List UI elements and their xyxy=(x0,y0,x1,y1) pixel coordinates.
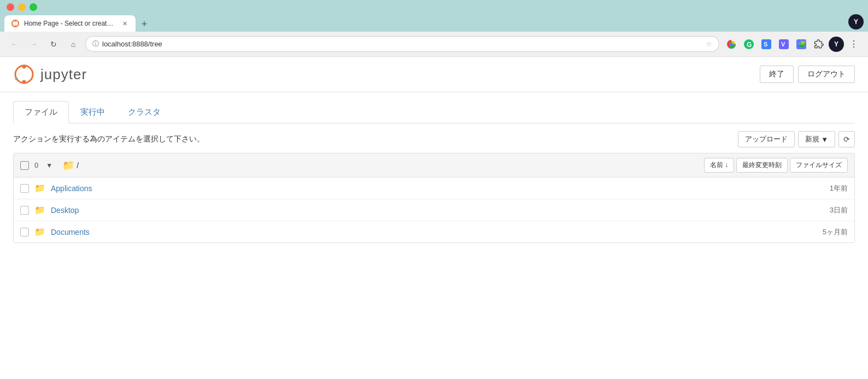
reload-button[interactable]: ↻ xyxy=(46,37,61,52)
tab-title: Home Page - Select or create a xyxy=(24,20,116,27)
breadcrumb-folder: 📁 / xyxy=(62,159,79,171)
browser-toolbar: ← → ↻ ⌂ ⓘ localhost:8888/tree ☆ G xyxy=(0,32,868,57)
svg-text:🧩: 🧩 xyxy=(798,40,806,48)
table-row: 📁 Documents 5ヶ月前 xyxy=(14,221,854,242)
browser-profile-button[interactable]: Y xyxy=(848,14,864,29)
refresh-button[interactable]: ⟳ xyxy=(838,131,855,147)
jupyter-logo: jupyter xyxy=(13,63,87,85)
logout-button[interactable]: ログアウト xyxy=(798,66,855,83)
selected-count: 0 xyxy=(34,161,38,169)
back-button[interactable]: ← xyxy=(7,37,22,52)
file-actions: アップロード 新規 ▼ ⟳ xyxy=(738,131,855,147)
table-row: 📁 Applications 1年前 xyxy=(14,177,854,199)
table-row: 📁 Desktop 3日前 xyxy=(14,199,854,221)
browser-chrome: Home Page - Select or create a ✕ + Y xyxy=(0,0,868,32)
last-modified-sort-button[interactable]: 最終変更時刻 xyxy=(736,158,788,173)
chrome-extension-icon[interactable] xyxy=(724,37,739,52)
file-date: 5ヶ月前 xyxy=(804,227,848,237)
tab-running[interactable]: 実行中 xyxy=(69,101,116,123)
bookmark-icon[interactable]: ☆ xyxy=(706,40,712,48)
file-table: 0 ▼ 📁 / 名前 ↓ 最終変更時刻 ファイルサイズ 📁 Applicatio… xyxy=(13,153,855,243)
file-checkbox[interactable] xyxy=(20,184,29,193)
new-button[interactable]: 新規 ▼ xyxy=(798,131,835,147)
forward-button[interactable]: → xyxy=(26,37,42,52)
file-date: 1年前 xyxy=(804,183,848,193)
traffic-lights xyxy=(4,3,864,11)
upload-button[interactable]: アップロード xyxy=(738,131,795,147)
extensions-menu-icon[interactable] xyxy=(811,37,826,52)
folder-icon: 📁 xyxy=(34,227,45,237)
tab-files[interactable]: ファイル xyxy=(13,101,69,123)
file-name-link[interactable]: Documents xyxy=(51,228,799,236)
svg-point-15 xyxy=(22,80,26,84)
file-toolbar: アクションを実行する為のアイテムを選択して下さい。 アップロード 新規 ▼ ⟳ xyxy=(13,123,855,153)
file-checkbox[interactable] xyxy=(20,228,29,236)
file-date: 3日前 xyxy=(804,205,848,215)
tabs-right-area: Y xyxy=(848,14,864,32)
svg-point-4 xyxy=(730,43,733,46)
url-text: localhost:8888/tree xyxy=(102,40,702,48)
minimize-window-button[interactable] xyxy=(18,3,26,11)
tab-favicon xyxy=(11,19,20,28)
active-tab[interactable]: Home Page - Select or create a ✕ xyxy=(4,15,136,32)
jupyter-logo-text: jupyter xyxy=(40,66,87,83)
main-content: ファイル 実行中 クラスタ アクションを実行する為のアイテムを選択して下さい。 … xyxy=(0,101,868,243)
new-tab-button[interactable]: + xyxy=(137,16,152,32)
folder-icon: 📁 xyxy=(34,183,45,193)
file-name-link[interactable]: Desktop xyxy=(51,206,799,215)
svg-text:V: V xyxy=(781,41,785,48)
address-bar[interactable]: ⓘ localhost:8888/tree ☆ xyxy=(85,36,719,52)
file-checkbox[interactable] xyxy=(20,206,29,215)
file-name-link[interactable]: Applications xyxy=(51,184,799,193)
svg-point-1 xyxy=(15,20,16,22)
select-all-checkbox[interactable] xyxy=(20,161,29,170)
browser-tabs-row: Home Page - Select or create a ✕ + Y xyxy=(4,14,864,32)
svg-point-2 xyxy=(15,26,16,27)
nav-tabs: ファイル 実行中 クラスタ xyxy=(13,101,855,123)
user-profile-button[interactable]: Y xyxy=(829,37,844,52)
folder-icon: 📁 xyxy=(34,205,45,215)
quit-button[interactable]: 終了 xyxy=(760,66,794,83)
breadcrumb-path: / xyxy=(77,161,79,170)
action-hint: アクションを実行する為のアイテムを選択して下さい。 xyxy=(13,134,204,144)
folder-icon: 📁 xyxy=(62,159,74,171)
svg-point-16 xyxy=(15,78,18,80)
extensions-icon[interactable]: 🧩 xyxy=(794,37,809,52)
jupyter-logo-icon xyxy=(13,63,35,85)
svg-text:G: G xyxy=(747,41,752,49)
close-window-button[interactable] xyxy=(7,3,14,11)
info-icon: ⓘ xyxy=(92,39,99,49)
header-buttons: 終了 ログアウト xyxy=(760,66,855,83)
table-sort-buttons: 名前 ↓ 最終変更時刻 ファイルサイズ xyxy=(704,158,848,173)
name-sort-button[interactable]: 名前 ↓ xyxy=(704,158,734,173)
skiff-extension-icon[interactable]: S xyxy=(759,37,774,52)
svg-text:S: S xyxy=(764,41,767,48)
grammarly-extension-icon[interactable]: G xyxy=(741,37,756,52)
tab-clusters[interactable]: クラスタ xyxy=(116,101,172,123)
vimium-extension-icon[interactable]: V xyxy=(776,37,791,52)
maximize-window-button[interactable] xyxy=(30,3,37,11)
toolbar-extensions: G S V 🧩 xyxy=(724,37,861,52)
browser-menu-button[interactable]: ⋮ xyxy=(846,37,861,52)
home-button[interactable]: ⌂ xyxy=(66,37,81,52)
file-size-sort-button[interactable]: ファイルサイズ xyxy=(790,158,848,173)
jupyter-header: jupyter 終了 ログアウト xyxy=(0,57,868,92)
svg-point-14 xyxy=(22,65,26,69)
close-tab-button[interactable]: ✕ xyxy=(120,19,129,28)
count-dropdown-arrow[interactable]: ▼ xyxy=(46,162,52,169)
file-table-header: 0 ▼ 📁 / 名前 ↓ 最終変更時刻 ファイルサイズ xyxy=(14,153,854,177)
